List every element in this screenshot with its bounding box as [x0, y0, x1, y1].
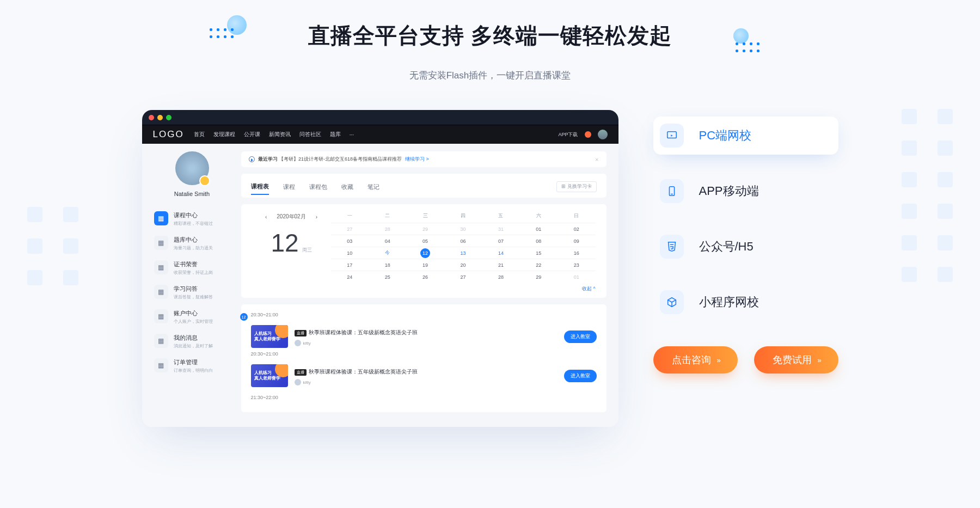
calendar-cell[interactable]: 05 — [406, 235, 444, 247]
calendar-cell[interactable]: 今 — [369, 247, 406, 259]
menu-title: 订单管理 — [174, 358, 213, 366]
tab-schedule[interactable]: 课程表 — [251, 182, 269, 195]
calendar-cell[interactable]: 01 — [558, 271, 595, 283]
course-thumbnail: 人机练习真人老师督学 — [251, 364, 288, 387]
calendar-cell[interactable]: 31 — [482, 223, 519, 235]
nav-item[interactable]: 发现课程 — [213, 131, 235, 138]
menu-title: 账户中心 — [174, 309, 213, 317]
sidebar-item[interactable]: ▦我的消息消息通知，及时了解 — [154, 332, 230, 351]
calendar-cell[interactable]: 25 — [369, 271, 406, 283]
calendar-cell[interactable]: 17 — [331, 259, 369, 271]
calendar-cell[interactable]: 29 — [406, 223, 444, 235]
calendar-cell[interactable]: 15 — [520, 247, 558, 259]
calendar-cell[interactable]: 13 — [444, 247, 482, 259]
maximize-icon[interactable] — [166, 115, 171, 120]
nav-item[interactable]: 新闻资讯 — [269, 131, 291, 138]
calendar-cell[interactable]: 30 — [444, 223, 482, 235]
nav-item[interactable]: 首页 — [194, 131, 205, 138]
calendar-cell[interactable]: 01 — [520, 223, 558, 235]
enter-classroom-button[interactable]: 进入教室 — [564, 370, 597, 382]
notice-label: 最近学习 — [258, 156, 278, 163]
enter-classroom-button[interactable]: 进入教室 — [564, 330, 597, 343]
tab-notes[interactable]: 笔记 — [367, 183, 379, 191]
calendar-cell[interactable]: 14 — [482, 247, 519, 259]
calendar-cell[interactable]: 03 — [331, 235, 369, 247]
nav-item[interactable]: 问答社区 — [299, 131, 321, 138]
calendar-cell[interactable]: 06 — [444, 235, 482, 247]
menu-subtitle: 课后答疑，疑难解答 — [174, 294, 213, 300]
continue-study-link[interactable]: 继续学习 > — [405, 156, 429, 163]
consult-button[interactable]: 点击咨询» — [653, 346, 738, 374]
calendar-cell[interactable]: 04 — [369, 235, 406, 247]
menu-subtitle: 消息通知，及时了解 — [174, 343, 213, 349]
feature-miniprogram[interactable]: 小程序网校 — [653, 283, 838, 321]
course-row: 人机练习真人老师督学直播秋季班课程体验课：五年级新概念英语尖子班kitty进入教… — [251, 361, 597, 390]
avatar-large[interactable] — [175, 151, 209, 185]
notification-icon[interactable] — [585, 131, 591, 138]
minimize-icon[interactable] — [157, 115, 163, 120]
sidebar-item[interactable]: ▦题库中心海量习题，助力通关 — [154, 234, 230, 253]
feature-h5[interactable]: 公众号/H5 — [653, 228, 838, 266]
calendar-cell[interactable]: 22 — [520, 259, 558, 271]
decor-squares — [902, 109, 953, 282]
tab-favorite[interactable]: 收藏 — [341, 183, 353, 191]
feature-label: 小程序网校 — [699, 294, 759, 310]
calendar-cell[interactable]: 26 — [406, 271, 444, 283]
sidebar-item[interactable]: ▦证书荣誉收获荣誉，持证上岗 — [154, 258, 230, 278]
nav-item[interactable]: 题库 — [330, 131, 341, 138]
calendar-cell[interactable]: 07 — [482, 235, 519, 247]
sidebar-item[interactable]: ▦订单管理订单查询，明明白白 — [154, 356, 230, 376]
calendar-cell[interactable]: 24 — [331, 271, 369, 283]
calendar-cell[interactable]: 16 — [558, 247, 595, 259]
weekday: 三 — [406, 213, 444, 219]
sidebar-item[interactable]: ▦课程中心精彩课程，不容错过 — [154, 209, 230, 229]
menu-icon: ▦ — [154, 334, 168, 348]
calendar-cell[interactable]: 27 — [444, 271, 482, 283]
tab-course[interactable]: 课程 — [283, 183, 295, 191]
calendar-cell[interactable]: 29 — [520, 271, 558, 283]
course-title: 秋季班课程体验课：五年级新概念英语尖子班 — [309, 329, 418, 335]
decor-dots — [736, 42, 759, 52]
calendar-cell[interactable]: 09 — [558, 235, 595, 247]
logo: LOGO — [153, 129, 184, 140]
calendar-cell[interactable]: 02 — [558, 223, 595, 235]
next-month[interactable]: › — [316, 214, 317, 220]
monitor-icon — [660, 124, 684, 148]
close-icon[interactable]: × — [595, 156, 598, 163]
feature-app[interactable]: APP移动端 — [653, 172, 838, 210]
feature-pc[interactable]: PC端网校 — [653, 117, 838, 155]
avatar[interactable] — [598, 130, 608, 139]
app-download[interactable]: APP下载 — [558, 131, 578, 138]
menu-title: 题库中心 — [174, 236, 213, 244]
calendar-cell[interactable]: 12 — [406, 247, 444, 259]
close-icon[interactable] — [149, 115, 154, 120]
date-dot: 12 — [240, 313, 248, 321]
calendar-cell[interactable]: 10 — [331, 247, 369, 259]
calendar-cell[interactable]: 23 — [558, 259, 595, 271]
calendar-cell[interactable]: 18 — [369, 259, 406, 271]
sidebar-item[interactable]: ▦学习问答课后答疑，疑难解答 — [154, 283, 230, 302]
calendar-cell[interactable]: 27 — [331, 223, 369, 235]
calendar-cell[interactable]: 28 — [482, 271, 519, 283]
menu-subtitle: 海量习题，助力通关 — [174, 245, 213, 251]
current-month: 2020年02月 — [277, 213, 305, 221]
collapse-calendar[interactable]: 收起 ^ — [252, 286, 596, 292]
calendar-cell[interactable]: 21 — [482, 259, 519, 271]
nav-more[interactable]: ··· — [350, 132, 354, 138]
time-label: 20:30~21:00 — [251, 351, 597, 357]
nav-item[interactable]: 公开课 — [244, 131, 260, 138]
weekday: 六 — [520, 213, 558, 219]
calendar: ‹2020年02月› 12周三 一二三四五六日 2728293031010203… — [241, 204, 607, 298]
prev-month[interactable]: ‹ — [265, 214, 267, 220]
tab-package[interactable]: 课程包 — [309, 183, 327, 191]
cube-icon — [660, 290, 684, 314]
menu-subtitle: 精彩课程，不容错过 — [174, 221, 213, 227]
calendar-cell[interactable]: 20 — [444, 259, 482, 271]
schedule-block: 12 20:30~21:00人机练习真人老师督学直播秋季班课程体验课：五年级新概… — [241, 304, 607, 412]
sidebar-item[interactable]: ▦账户中心个人账户，实时管理 — [154, 307, 230, 327]
calendar-cell[interactable]: 28 — [369, 223, 406, 235]
free-trial-button[interactable]: 免费试用» — [754, 346, 838, 374]
calendar-cell[interactable]: 08 — [520, 235, 558, 247]
calendar-cell[interactable]: 19 — [406, 259, 444, 271]
redeem-card-button[interactable]: ⊞ 兑换学习卡 — [556, 181, 596, 192]
